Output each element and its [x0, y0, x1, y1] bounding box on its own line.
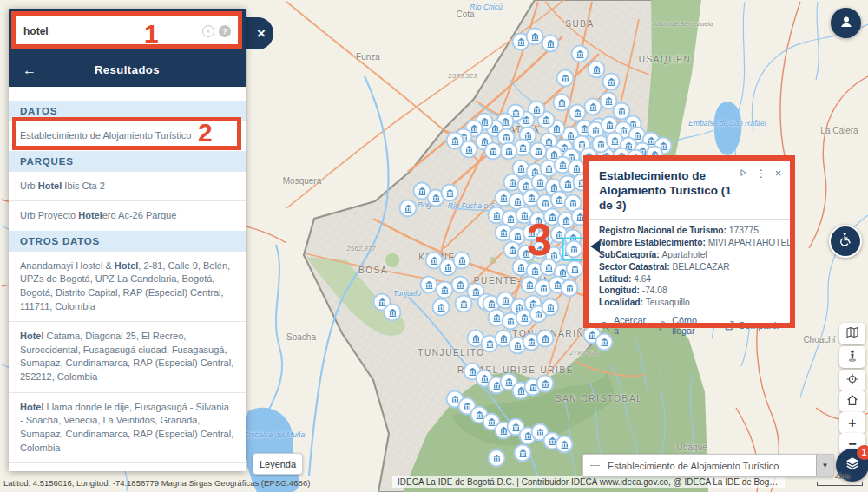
hotel-marker[interactable]	[542, 35, 560, 53]
feature-popup: ⋮ × Establecimiento de Alojamiento Turís…	[589, 161, 790, 323]
active-layer-dropdown[interactable]: Establecimiento de Alojamiento Turístico…	[582, 454, 834, 477]
scale-bar	[817, 482, 863, 486]
hotel-marker[interactable]	[484, 142, 503, 161]
zoom-in-button[interactable]: +	[839, 412, 865, 434]
result-item[interactable]: Hotel Los Molinos, Avenida Calle 51 Sur,…	[9, 462, 246, 471]
dropdown-arrow-button[interactable]: ▼	[816, 455, 833, 476]
layers-badge: 1	[857, 445, 868, 460]
popup-title: Establecimiento de Alojamiento Turístico…	[599, 168, 745, 213]
popup-action-zoom-in[interactable]: Acercar a	[599, 315, 646, 336]
map-icon	[845, 325, 859, 343]
streetview-button[interactable]	[839, 346, 865, 368]
clear-search-icon[interactable]: ×	[202, 25, 214, 37]
accessibility-button[interactable]	[829, 225, 862, 258]
hotel-marker[interactable]	[571, 208, 589, 226]
hotel-marker[interactable]	[529, 142, 548, 161]
hotel-marker[interactable]	[441, 184, 459, 202]
hotel-marker[interactable]	[453, 252, 471, 270]
result-item[interactable]: Urb Hotel Ibis Cta 2	[9, 172, 246, 201]
popup-field: Sector Catastral: BELALCAZAR	[599, 261, 779, 273]
results-header: ← Resultados	[9, 53, 246, 87]
hotel-marker[interactable]	[536, 330, 555, 348]
active-layer-label: Establecimiento de Alojamiento Turístico	[608, 461, 816, 471]
results-title: Resultados	[95, 63, 160, 76]
hotel-marker[interactable]	[455, 295, 473, 313]
results-section-header: OTROS DATOS	[9, 231, 246, 252]
popup-menu-icon[interactable]: ⋮	[756, 168, 766, 179]
home-icon	[845, 393, 859, 410]
hotel-marker[interactable]	[446, 132, 464, 150]
route-icon	[657, 320, 668, 331]
legend-button[interactable]: Leyenda	[253, 453, 303, 475]
popup-close-icon[interactable]: ×	[775, 168, 781, 179]
popup-divider	[589, 219, 790, 220]
pegman-icon	[845, 349, 859, 366]
hotel-marker[interactable]	[384, 304, 402, 322]
pan-crosshair-icon	[589, 460, 601, 471]
basemap-button[interactable]	[839, 323, 865, 344]
selected-feature-highlight	[562, 238, 586, 261]
hotel-marker[interactable]	[500, 142, 518, 161]
popup-field: SubCategoría: Apartahotel	[599, 249, 779, 261]
wheelchair-icon	[837, 231, 854, 252]
locate-button[interactable]	[839, 370, 865, 391]
hotel-marker[interactable]	[556, 436, 574, 454]
popup-actions: Acercar aCómo llegarCompartir	[599, 315, 779, 336]
home-button[interactable]	[839, 390, 865, 412]
popup-field: Nombre Establecimiento: MIVI APARTAHOTEL	[599, 237, 779, 249]
popup-action-route[interactable]: Cómo llegar	[657, 315, 712, 336]
popup-fields: Registro Nacional de Turismo: 173775Nomb…	[599, 225, 779, 309]
result-item[interactable]: Hotel Llama donde le dije, Fusagasugá - …	[9, 392, 246, 462]
results-list: DATOSEstablecimiento de Alojamiento Turí…	[9, 87, 246, 471]
hotel-marker[interactable]	[556, 69, 575, 88]
results-section-header: DATOS	[9, 101, 246, 121]
search-panel: × ? ← Resultados DATOSEstablecimiento de…	[9, 9, 246, 471]
panel-close-button[interactable]: ×	[244, 17, 273, 49]
popup-field: Latitud: 4.64	[599, 273, 779, 285]
locate-icon	[845, 372, 859, 390]
user-icon	[838, 13, 855, 34]
map-attribution: IDECA La IDE de Bogotá D.C. | Contribuid…	[392, 476, 785, 488]
scale-label: 4km	[835, 472, 850, 481]
hotel-marker[interactable]	[432, 298, 450, 317]
search-input[interactable]	[23, 25, 198, 37]
zoom-in-icon	[599, 320, 610, 331]
result-item[interactable]: Establecimiento de Alojamiento Turístico	[9, 121, 246, 151]
help-icon[interactable]: ?	[219, 25, 231, 37]
hotel-marker[interactable]	[571, 45, 589, 63]
hotel-marker[interactable]	[536, 375, 555, 393]
hotel-marker[interactable]	[561, 279, 579, 298]
coordinates-status: Latitud: 4.5156016, Longitud: -74.185877…	[3, 478, 310, 488]
back-arrow-icon[interactable]: ←	[23, 62, 36, 78]
account-button[interactable]	[831, 8, 861, 38]
hotel-marker[interactable]	[399, 200, 418, 218]
result-item[interactable]: Anandamayi Hostel & Hotel, 2-81, Calle 9…	[9, 252, 246, 321]
popup-field: Longitud: -74.08	[599, 285, 779, 297]
share-icon	[724, 320, 735, 331]
map-viewport[interactable]: SUBAUSAQUENENGATIVABARRIOS UNIDOSKENNEDY…	[0, 0, 868, 492]
hotel-marker[interactable]	[566, 260, 584, 279]
results-section-header: PARQUES	[9, 151, 246, 172]
hotel-marker[interactable]	[542, 298, 560, 317]
hotel-marker[interactable]	[514, 444, 532, 462]
hotel-marker[interactable]	[488, 449, 506, 468]
hotel-marker[interactable]	[602, 73, 621, 91]
popup-field: Registro Nacional de Turismo: 173775	[599, 225, 779, 237]
result-item[interactable]: Urb Proyecto Hotelero Ac-26 Parque	[9, 200, 246, 231]
popup-anchor-arrow	[590, 240, 600, 253]
popup-field: Localidad: Teusaquillo	[599, 297, 779, 309]
popup-dock-icon[interactable]	[739, 168, 747, 179]
result-item[interactable]: Hotel Catama, Diagonal 25, El Recreo, Su…	[9, 321, 246, 391]
search-box[interactable]: × ?	[16, 16, 239, 46]
popup-action-share[interactable]: Compartir	[724, 320, 779, 331]
